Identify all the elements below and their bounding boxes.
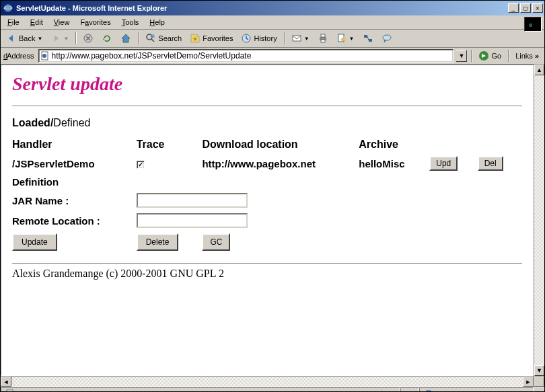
- close-button[interactable]: ✕: [532, 3, 543, 13]
- print-icon: [318, 33, 328, 44]
- menu-help[interactable]: Help: [144, 17, 170, 28]
- del-button[interactable]: Del: [478, 156, 503, 171]
- discuss-button[interactable]: [379, 32, 395, 45]
- menu-edit[interactable]: Edit: [25, 17, 48, 28]
- trace-checkbox[interactable]: ✓: [137, 161, 145, 169]
- search-button[interactable]: Search: [143, 32, 184, 45]
- home-button[interactable]: [118, 32, 134, 45]
- col-download: Download location: [202, 136, 359, 153]
- menubar: File Edit View Favorites Tools Help e: [1, 15, 544, 30]
- menu-tools[interactable]: Tools: [116, 17, 145, 28]
- back-dropdown-icon[interactable]: ▼: [37, 36, 42, 42]
- delete-button[interactable]: Delete: [137, 233, 179, 251]
- toolbar-separator: [508, 50, 509, 62]
- svg-point-6: [151, 34, 155, 38]
- svg-point-17: [42, 54, 46, 58]
- minimize-button[interactable]: _: [508, 3, 519, 13]
- page-status-icon: [5, 389, 15, 393]
- related-button[interactable]: [360, 32, 376, 45]
- window-title: ServletUpdate - Microsoft Internet Explo…: [16, 4, 507, 12]
- back-label: Back: [19, 34, 35, 42]
- status-pane-main: Done: [1, 387, 382, 392]
- forward-dropdown-icon: ▼: [63, 36, 69, 42]
- gc-button[interactable]: GC: [202, 233, 230, 251]
- svg-rect-14: [369, 39, 372, 42]
- scroll-up-button[interactable]: ▲: [534, 65, 544, 75]
- go-label: Go: [491, 52, 501, 60]
- zone-text: Internet: [436, 390, 461, 393]
- scroll-left-button[interactable]: ◄: [1, 377, 11, 387]
- status-loaded: Loaded: [12, 117, 50, 128]
- toolbar-separator: [284, 32, 285, 44]
- status-line: Loaded/Defined: [12, 117, 522, 129]
- status-pane-priv: [400, 387, 419, 392]
- home-icon: [120, 33, 131, 44]
- cell-handler: /JSPservletDemo: [12, 153, 137, 173]
- favorites-label: Favorites: [203, 34, 233, 42]
- forward-arrow-icon: [50, 33, 61, 44]
- stop-button[interactable]: [80, 32, 96, 45]
- menu-favorites[interactable]: Favorites: [75, 17, 116, 28]
- status-defined: Defined: [53, 117, 90, 128]
- scroll-corner: [534, 377, 544, 387]
- print-button[interactable]: [315, 32, 331, 45]
- history-icon: [241, 33, 252, 44]
- svg-text:e: e: [529, 21, 532, 28]
- svg-rect-11: [321, 40, 325, 42]
- scroll-track[interactable]: [534, 75, 544, 365]
- remote-location-input[interactable]: [137, 213, 248, 228]
- refresh-button[interactable]: [99, 32, 115, 45]
- scroll-down-button[interactable]: ▼: [534, 365, 544, 376]
- scroll-right-button[interactable]: ►: [523, 377, 534, 387]
- menu-file[interactable]: File: [2, 17, 25, 28]
- mail-dropdown-icon[interactable]: ▼: [304, 36, 310, 42]
- col-handler: Handler: [12, 136, 137, 153]
- address-url: http://www.pagebox.net/JSPservletDemo/Se…: [52, 51, 252, 61]
- update-button[interactable]: Update: [12, 233, 57, 251]
- history-button[interactable]: History: [238, 32, 279, 45]
- svg-rect-19: [7, 390, 13, 393]
- back-button[interactable]: Back ▼: [3, 32, 45, 45]
- related-icon: [363, 33, 373, 44]
- titlebar: ServletUpdate - Microsoft Internet Explo…: [1, 1, 544, 15]
- chevron-right-icon: »: [535, 52, 539, 60]
- maximize-button[interactable]: □: [520, 3, 531, 13]
- table-row: /JSPservletDemo ✓ http://www.pagebox.net…: [12, 153, 522, 173]
- ie-logo-icon: e: [524, 17, 542, 32]
- forward-button[interactable]: ▼: [48, 32, 71, 45]
- menu-view[interactable]: View: [48, 17, 75, 28]
- horizontal-scrollbar[interactable]: ◄ ►: [1, 376, 544, 387]
- search-label: Search: [158, 34, 182, 42]
- edit-button[interactable]: ▼: [334, 32, 357, 45]
- col-archive: Archive: [359, 136, 429, 153]
- horizontal-rule: [12, 263, 522, 264]
- upd-button[interactable]: Upd: [429, 156, 458, 171]
- go-button[interactable]: Go: [476, 49, 504, 63]
- status-text: Done: [17, 390, 35, 393]
- resize-grip[interactable]: [534, 387, 544, 392]
- col-trace: Trace: [137, 136, 203, 153]
- edit-dropdown-icon[interactable]: ▼: [349, 36, 355, 42]
- page-icon: [40, 51, 50, 61]
- address-input[interactable]: http://www.pagebox.net/JSPservletDemo/Se…: [38, 49, 454, 63]
- statusbar: Done Internet: [1, 387, 544, 392]
- jar-name-input[interactable]: [137, 193, 248, 208]
- page-heading: Servlet update: [12, 73, 522, 95]
- history-label: History: [254, 34, 277, 42]
- edit-icon: [336, 33, 347, 44]
- scroll-track[interactable]: [11, 377, 523, 387]
- mail-button[interactable]: ▼: [289, 32, 312, 45]
- page-footer: Alexis Grandemange (c) 2000-2001 GNU GPL…: [12, 268, 522, 280]
- favorites-icon: [190, 33, 201, 44]
- svg-point-15: [383, 35, 391, 40]
- links-label: Links: [515, 52, 533, 60]
- address-dropdown-button[interactable]: ▼: [456, 50, 467, 62]
- cell-trace: ✓: [137, 153, 203, 173]
- status-pane-zone: Internet: [419, 387, 534, 392]
- favorites-button[interactable]: Favorites: [187, 32, 235, 45]
- vertical-scrollbar[interactable]: ▲ ▼: [534, 65, 544, 376]
- stop-icon: [83, 33, 94, 44]
- svg-rect-2: [525, 17, 541, 31]
- cell-archive: helloMisc: [359, 153, 429, 173]
- links-button[interactable]: Links »: [513, 50, 542, 61]
